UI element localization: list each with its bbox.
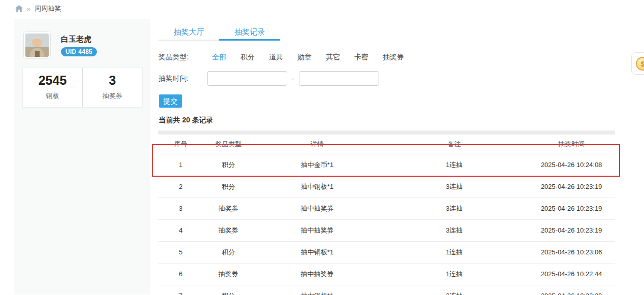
table-header-cell: 抽奖时间 (528, 135, 615, 154)
table-cell: 抽中铜板*1 (254, 285, 381, 295)
table-cell: 抽中抽奖券 (254, 219, 381, 241)
prize-type-option-6[interactable]: 抽奖券 (383, 53, 404, 62)
table-cell: 积分 (203, 176, 254, 198)
user-panel: 白玉老虎 UID 4485 2545 铜板 3 抽奖券 (14, 19, 150, 294)
draw-time-from-input[interactable] (207, 71, 287, 86)
user-stats-card: 2545 铜板 3 抽奖券 (22, 68, 143, 108)
table-row: 7积分抽中铜板*13连抽2025-04-26 10:22:30 (158, 285, 615, 295)
table-cell: 3连抽 (381, 176, 528, 198)
table-row: 6抽奖券抽中抽奖券1连抽2025-04-26 10:22:44 (158, 263, 615, 285)
table-row: 3抽奖券抽中抽奖券3连抽2025-04-26 10:23:19 (158, 198, 615, 219)
time-range-separator: - (292, 75, 294, 83)
main-content: 抽奖大厅 抽奖记录 奖品类型: 全部积分道具勋章其它卡密抽奖券 抽奖时间: - … (158, 0, 622, 295)
table-cell: 2025-04-26 10:23:06 (528, 241, 615, 263)
draw-time-filter: 抽奖时间: - (158, 71, 379, 86)
table-row: 5积分抽中铜板*11连抽2025-04-26 10:23:06 (158, 241, 615, 263)
prize-type-option-3[interactable]: 勋章 (297, 53, 312, 62)
coin-float-widget[interactable]: $ (631, 52, 644, 75)
table-cell: 抽中抽奖券 (254, 198, 381, 219)
draw-time-label: 抽奖时间: (158, 74, 207, 83)
table-cell: 抽奖券 (203, 198, 254, 219)
table-cell: 2 (158, 176, 203, 198)
prize-type-filter: 奖品类型: 全部积分道具勋章其它卡密抽奖券 (158, 53, 418, 62)
table-cell: 积分 (203, 285, 254, 295)
table-cell: 3连抽 (381, 219, 528, 241)
records-table-wrap: 序号奖品类型详情备注抽奖时间 1积分抽中金币*11连抽2025-04-26 10… (158, 130, 615, 295)
avatar[interactable] (23, 31, 51, 59)
stat-tickets-value: 3 (83, 74, 142, 88)
table-cell: 1连抽 (381, 154, 528, 176)
prize-type-option-2[interactable]: 道具 (269, 53, 283, 62)
table-body: 1积分抽中金币*11连抽2025-04-26 10:24:082积分抽中铜板*1… (158, 154, 615, 295)
table-header-cell: 详情 (254, 135, 381, 154)
stat-tickets-label: 抽奖券 (83, 91, 142, 101)
table-cell: 抽奖券 (203, 263, 254, 285)
table-cell: 2025-04-26 10:23:19 (528, 176, 615, 198)
table-row: 4抽奖券抽中抽奖券3连抽2025-04-26 10:23:19 (158, 219, 615, 241)
table-row: 1积分抽中金币*11连抽2025-04-26 10:24:08 (158, 154, 615, 176)
table-row: 2积分抽中铜板*13连抽2025-04-26 10:23:19 (158, 176, 615, 198)
table-cell: 7 (158, 285, 203, 295)
table-header-row: 序号奖品类型详情备注抽奖时间 (158, 135, 615, 154)
stat-copper-value: 2545 (23, 74, 82, 88)
table-cell: 1连抽 (381, 263, 528, 285)
record-count: 当前共 20 条记录 (159, 116, 213, 125)
table-cell: 抽中抽奖券 (254, 263, 381, 285)
prize-type-options: 全部积分道具勋章其它卡密抽奖券 (212, 53, 418, 62)
table-cell: 6 (158, 263, 203, 285)
breadcrumb: » 周周抽奖 (15, 4, 61, 13)
table-header-cell: 奖品类型 (203, 135, 254, 154)
table-cell: 1 (158, 154, 203, 176)
prize-type-option-5[interactable]: 卡密 (354, 53, 368, 62)
draw-time-to-input[interactable] (299, 71, 379, 86)
table-cell: 3 (158, 198, 203, 219)
prize-type-option-1[interactable]: 积分 (241, 53, 255, 62)
user-info: 白玉老虎 UID 4485 (23, 31, 97, 59)
table-cell: 2025-04-26 10:23:19 (528, 219, 615, 241)
coin-icon: $ (636, 57, 644, 71)
table-cell: 抽中金币*1 (254, 154, 381, 176)
uid-badge: UID 4485 (61, 47, 97, 56)
table-header-cell: 备注 (381, 135, 528, 154)
breadcrumb-current: 周周抽奖 (35, 4, 61, 13)
breadcrumb-separator: » (27, 5, 30, 13)
table-cell: 抽中铜板*1 (254, 176, 381, 198)
table-cell: 4 (158, 219, 203, 241)
table-header-cell: 序号 (158, 135, 203, 154)
table-cell: 1连抽 (381, 241, 528, 263)
prize-type-option-0[interactable]: 全部 (212, 53, 226, 62)
stat-copper: 2545 铜板 (23, 68, 82, 107)
table-cell: 2025-04-26 10:24:08 (528, 154, 615, 176)
table-cell: 5 (158, 241, 203, 263)
records-table: 序号奖品类型详情备注抽奖时间 1积分抽中金币*11连抽2025-04-26 10… (158, 135, 615, 295)
prize-type-option-4[interactable]: 其它 (326, 53, 340, 62)
tab-bar: 抽奖大厅 抽奖记录 (158, 24, 280, 41)
table-cell: 2025-04-26 10:22:44 (528, 263, 615, 285)
username: 白玉老虎 (61, 35, 97, 44)
stat-copper-label: 铜板 (23, 91, 82, 101)
table-cell: 2025-04-26 10:22:30 (528, 285, 615, 295)
table-cell: 积分 (203, 154, 254, 176)
table-cell: 积分 (203, 241, 254, 263)
table-cell: 3连抽 (381, 285, 528, 295)
table-cell: 2025-04-26 10:23:19 (528, 198, 615, 219)
prize-type-label: 奖品类型: (158, 53, 207, 62)
tab-lottery-hall[interactable]: 抽奖大厅 (158, 24, 219, 40)
stat-tickets: 3 抽奖券 (82, 68, 142, 107)
table-cell: 抽中铜板*1 (254, 241, 381, 263)
table-cell: 3连抽 (381, 198, 528, 219)
tab-lottery-records[interactable]: 抽奖记录 (219, 24, 280, 40)
table-cell: 抽奖券 (203, 219, 254, 241)
submit-button[interactable]: 提交 (159, 94, 182, 108)
home-icon[interactable] (15, 5, 23, 12)
table-top-strip (158, 130, 615, 135)
